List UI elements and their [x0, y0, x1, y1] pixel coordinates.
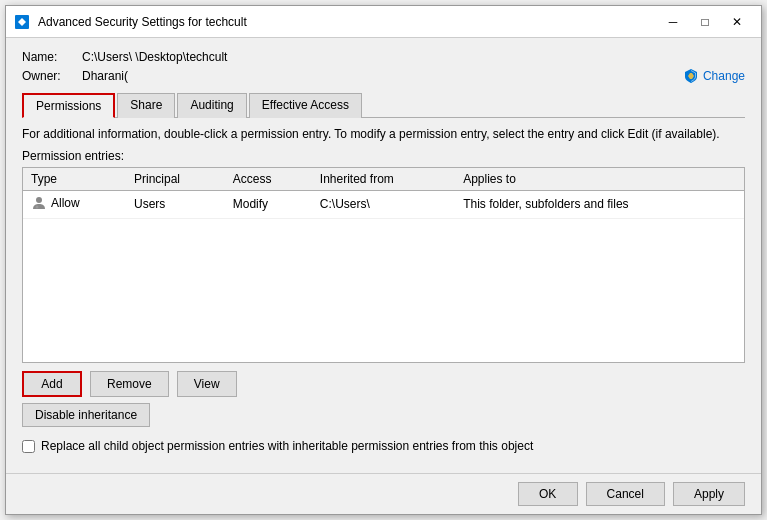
disable-inheritance-button[interactable]: Disable inheritance	[22, 403, 150, 427]
title-bar-buttons: ─ □ ✕	[657, 6, 753, 38]
description-text: For additional information, double-click…	[22, 126, 745, 143]
permission-table: Type Principal Access Inherited from App…	[23, 168, 744, 219]
apply-button[interactable]: Apply	[673, 482, 745, 506]
row-applies: This folder, subfolders and files	[455, 190, 744, 218]
owner-row: Owner: Dharani(	[22, 69, 623, 83]
table-header-row: Type Principal Access Inherited from App…	[23, 168, 744, 191]
shield-change-icon	[683, 68, 699, 84]
replace-checkbox-label: Replace all child object permission entr…	[41, 439, 533, 453]
remove-button[interactable]: Remove	[90, 371, 169, 397]
section-label: Permission entries:	[22, 149, 745, 163]
window-title: Advanced Security Settings for techcult	[38, 15, 657, 29]
title-bar: Advanced Security Settings for techcult …	[6, 6, 761, 38]
cancel-button[interactable]: Cancel	[586, 482, 665, 506]
footer: OK Cancel Apply	[6, 473, 761, 514]
maximize-button[interactable]: □	[689, 6, 721, 38]
owner-label: Owner:	[22, 69, 82, 83]
action-buttons: Add Remove View	[22, 371, 745, 397]
change-link[interactable]: Change	[683, 68, 745, 84]
col-inherited: Inherited from	[312, 168, 455, 191]
row-inherited: C:\Users\	[312, 190, 455, 218]
svg-point-2	[36, 197, 42, 203]
tab-share[interactable]: Share	[117, 93, 175, 118]
col-access: Access	[225, 168, 312, 191]
name-row: Name: C:\Users\ \Desktop\techcult	[22, 50, 745, 64]
replace-checkbox[interactable]	[22, 440, 35, 453]
main-window: Advanced Security Settings for techcult …	[5, 5, 762, 515]
close-button[interactable]: ✕	[721, 6, 753, 38]
tabs: Permissions Share Auditing Effective Acc…	[22, 92, 745, 118]
name-label: Name:	[22, 50, 82, 64]
tab-auditing[interactable]: Auditing	[177, 93, 246, 118]
content-area: Name: C:\Users\ \Desktop\techcult Owner:…	[6, 38, 761, 473]
minimize-button[interactable]: ─	[657, 6, 689, 38]
table-row[interactable]: Allow Users Modify C:\Users\ This folder…	[23, 190, 744, 218]
view-button[interactable]: View	[177, 371, 237, 397]
row-principal: Users	[126, 190, 225, 218]
add-button[interactable]: Add	[22, 371, 82, 397]
owner-value: Dharani(	[82, 69, 128, 83]
window-icon	[14, 14, 30, 30]
user-icon	[31, 195, 47, 211]
name-value: C:\Users\ \Desktop\techcult	[82, 50, 227, 64]
permission-table-container: Type Principal Access Inherited from App…	[22, 167, 745, 363]
tab-permissions[interactable]: Permissions	[22, 93, 115, 118]
ok-button[interactable]: OK	[518, 482, 578, 506]
tab-effective-access[interactable]: Effective Access	[249, 93, 362, 118]
row-access: Modify	[225, 190, 312, 218]
col-principal: Principal	[126, 168, 225, 191]
col-type: Type	[23, 168, 126, 191]
col-applies: Applies to	[455, 168, 744, 191]
row-type: Allow	[23, 190, 126, 218]
svg-point-3	[36, 205, 39, 208]
replace-checkbox-row: Replace all child object permission entr…	[22, 439, 745, 453]
